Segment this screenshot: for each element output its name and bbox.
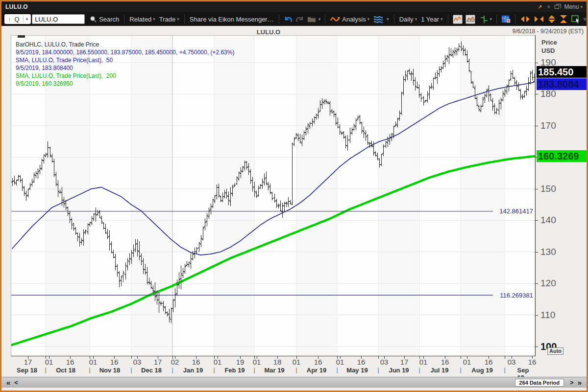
crosshair-icon bbox=[480, 15, 489, 23]
chart-scrollbar[interactable]: « < 264 Data Period > » bbox=[1, 377, 587, 388]
redo-icon bbox=[295, 15, 304, 23]
compress-horizontal-icon bbox=[534, 15, 544, 23]
y-axis-label: 150 bbox=[540, 184, 556, 194]
x-axis-day-label: 01 bbox=[336, 358, 344, 366]
price-axis-header: Price USD bbox=[541, 38, 557, 55]
trade-dropdown[interactable]: Trade▾ bbox=[159, 16, 179, 23]
symbol-type-selector[interactable]: ↑ Q ▾ bbox=[4, 14, 31, 24]
x-axis-month-label: Oct 18 bbox=[56, 367, 75, 374]
compress-vertical-button[interactable] bbox=[559, 15, 568, 23]
x-axis-day-label: 01 bbox=[214, 358, 222, 366]
style-caret-icon: ▾ bbox=[387, 17, 389, 22]
crosshair-caret-icon: ▾ bbox=[490, 17, 492, 22]
x-axis-month-separator: | bbox=[253, 367, 255, 373]
symbol-type-caret-icon: ▾ bbox=[26, 17, 28, 22]
folder-icon bbox=[307, 16, 317, 23]
x-axis-month-separator: | bbox=[130, 367, 132, 373]
x-axis-month-separator: | bbox=[295, 367, 297, 373]
x-axis-month-separator: | bbox=[418, 367, 420, 373]
x-axis-month-separator: | bbox=[172, 367, 173, 373]
analysis-dropdown[interactable]: Analysis▾ bbox=[330, 16, 369, 23]
compress-horizontal-button[interactable] bbox=[534, 15, 544, 23]
menu-caret-icon: ▾ bbox=[580, 4, 583, 9]
collapse-icon[interactable]: » bbox=[547, 4, 550, 10]
expand-horizontal-button[interactable] bbox=[520, 15, 531, 23]
search-button[interactable]: Search bbox=[90, 16, 119, 23]
x-axis-month-tick bbox=[461, 356, 461, 359]
chart-style-dropdown[interactable]: ▾ bbox=[373, 15, 389, 23]
chart-area: LULU.O 9/6/2018 - 9/24/2019 (EST) 142.86… bbox=[1, 26, 587, 391]
y-axis-tick bbox=[536, 220, 538, 221]
undo-button[interactable] bbox=[284, 15, 293, 23]
y-axis-label: 110 bbox=[540, 310, 555, 321]
restore-window-icon[interactable] bbox=[555, 5, 559, 9]
waves-icon bbox=[373, 15, 383, 23]
selection-box-icon bbox=[571, 15, 581, 23]
x-axis-day-label: 16 bbox=[357, 358, 366, 366]
quote-icon: Q bbox=[15, 16, 20, 23]
price-chart-svg[interactable]: 142.861417116.269381 bbox=[11, 35, 536, 356]
zoom-select-button[interactable] bbox=[571, 15, 581, 23]
range-dropdown[interactable]: 1 Year▾ bbox=[421, 16, 442, 23]
add-panel-button[interactable] bbox=[501, 15, 511, 23]
scroll-far-left-button[interactable]: « bbox=[6, 378, 10, 387]
auto-scale-button[interactable]: Auto bbox=[547, 347, 564, 355]
x-axis-day-label: 01 bbox=[463, 358, 471, 366]
related-dropdown[interactable]: Related▾ bbox=[129, 16, 155, 23]
x-axis-day-label: 16 bbox=[314, 358, 322, 366]
price-plot[interactable]: 142.861417116.269381 bbox=[11, 35, 536, 356]
x-axis-day-label: 01 bbox=[253, 358, 261, 366]
y-axis-label: 140 bbox=[540, 215, 556, 226]
redo-button[interactable] bbox=[295, 15, 304, 23]
x-axis-month-label: Mar 19 bbox=[264, 367, 284, 374]
x-axis-day-label: 01 bbox=[419, 358, 428, 366]
x-axis-month-label: Jul 19 bbox=[431, 367, 449, 374]
x-axis-day-label: 01 bbox=[89, 358, 98, 366]
x-axis-month-label: Jan 19 bbox=[183, 367, 203, 374]
chart-date-range: 9/6/2018 - 9/24/2019 (EST) bbox=[513, 28, 584, 35]
x-axis-month-tick bbox=[505, 356, 505, 359]
y-axis-label: 120 bbox=[540, 278, 556, 289]
x-axis-month-tick bbox=[378, 356, 379, 359]
support-line-label: 116.269381 bbox=[500, 292, 533, 299]
x-axis-day-label: 17 bbox=[400, 358, 409, 366]
x-axis-day-label: 17 bbox=[24, 358, 32, 366]
x-axis-month-tick bbox=[419, 356, 420, 359]
x-axis-day-label: 16 bbox=[110, 358, 119, 366]
y-axis-tick bbox=[536, 189, 538, 189]
crosshair-tool-button[interactable]: ▾ bbox=[480, 15, 492, 23]
open-chart-button[interactable]: ▾ bbox=[307, 16, 321, 23]
window-titlebar: LULU.O ↗ » Menu ▾ bbox=[1, 1, 587, 12]
x-axis-month-label: May 19 bbox=[346, 367, 368, 374]
x-axis-day-label: 16 bbox=[528, 358, 537, 366]
sma50-value-badge: 183.8084 bbox=[537, 78, 587, 90]
more-tools-button[interactable]: » bbox=[584, 16, 587, 23]
related-caret-icon: ▾ bbox=[153, 17, 155, 22]
time-axis[interactable]: 1701160116031702160119011801160116031701… bbox=[1, 356, 536, 376]
price-axis[interactable]: Price USD 190180170150140130120110100185… bbox=[536, 35, 587, 356]
expand-vertical-icon bbox=[547, 15, 556, 23]
popout-icon[interactable]: ↗ bbox=[538, 4, 542, 10]
price-axis-title: Price bbox=[541, 38, 557, 46]
x-axis-day-label: 16 bbox=[485, 358, 493, 366]
x-axis-month-tick bbox=[214, 356, 215, 359]
x-axis-month-separator: | bbox=[89, 367, 90, 373]
interval-caret-icon: ▾ bbox=[415, 17, 417, 22]
scroll-far-right-button[interactable]: » bbox=[578, 378, 582, 387]
menu-button[interactable]: Menu bbox=[564, 3, 579, 10]
sma200-value-badge: 160.3269 bbox=[537, 150, 587, 162]
expand-vertical-button[interactable] bbox=[547, 15, 556, 23]
scroll-right-button[interactable]: > bbox=[570, 379, 574, 386]
symbol-input[interactable] bbox=[32, 14, 85, 24]
chart-snapshot-button[interactable] bbox=[466, 15, 475, 24]
scroll-left-button[interactable]: < bbox=[14, 379, 18, 386]
x-axis-day-label: 03 bbox=[380, 358, 389, 366]
x-axis-month-separator: | bbox=[213, 367, 215, 373]
y-axis-tick bbox=[536, 126, 538, 126]
price-axis-currency: USD bbox=[541, 46, 557, 55]
chart-view-button[interactable] bbox=[453, 15, 463, 24]
interval-dropdown[interactable]: Daily▾ bbox=[399, 16, 417, 23]
y-axis-tick bbox=[536, 346, 538, 347]
data-period-box[interactable]: 264 Data Period bbox=[515, 379, 564, 387]
share-messenger-button[interactable]: Share via Eikon Messenger… bbox=[190, 16, 274, 23]
